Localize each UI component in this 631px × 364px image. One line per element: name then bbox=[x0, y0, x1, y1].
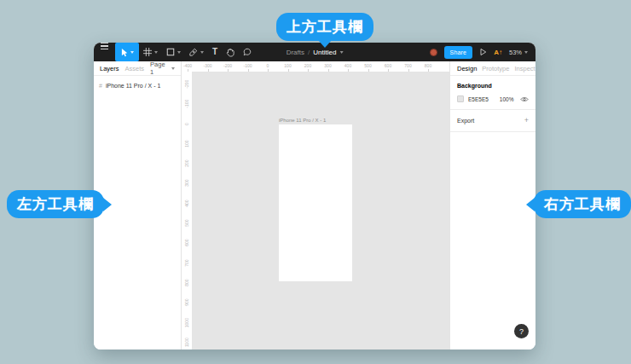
frame-tool-icon bbox=[143, 48, 152, 56]
canvas[interactable]: -400-300-200-100010020030040050060070080… bbox=[182, 61, 449, 350]
background-color-row: E5E5E5 100% bbox=[457, 95, 529, 102]
ruler-tick-label: -100 bbox=[182, 99, 192, 109]
ruler-tick-label: 800 bbox=[182, 278, 192, 288]
ruler-tick-label: 200 bbox=[298, 63, 318, 68]
right-panel: Design Prototype Inspect Background E5E5… bbox=[449, 61, 535, 350]
toolbar-right-controls: Share A↑ 53% bbox=[430, 46, 535, 59]
ruler-tick-label: 0 bbox=[258, 63, 278, 68]
background-section-title: Background bbox=[457, 83, 529, 89]
add-export-button[interactable]: + bbox=[524, 117, 529, 124]
upgrade-badge[interactable]: A↑ bbox=[494, 49, 502, 56]
hand-tool-icon bbox=[226, 48, 234, 57]
zoom-caret-icon bbox=[524, 51, 528, 54]
toolbar-left-tools: T bbox=[94, 43, 256, 61]
shape-tool-caret-icon[interactable] bbox=[177, 51, 181, 54]
ruler-tick-label: -300 bbox=[198, 63, 218, 68]
ruler-tick-label: 700 bbox=[398, 63, 419, 68]
zoom-level: 53% bbox=[509, 49, 522, 56]
main-menu-button[interactable] bbox=[94, 43, 115, 61]
page-selector-caret-icon bbox=[171, 67, 175, 70]
file-menu-caret-icon[interactable] bbox=[339, 51, 343, 54]
vertical-ruler: -200-10001002003004005006007008009001000… bbox=[182, 72, 192, 350]
text-tool-icon: T bbox=[212, 48, 217, 56]
ruler-tick-label: 900 bbox=[182, 298, 192, 308]
tab-layers[interactable]: Layers bbox=[100, 65, 119, 72]
comment-tool-icon bbox=[243, 48, 252, 56]
left-panel-tabs: Layers Assets Page 1 bbox=[94, 61, 181, 76]
annotation-right-toolbar: 右方工具欄 bbox=[534, 190, 631, 218]
window-body: Layers Assets Page 1 # iPhone 11 Pro / X… bbox=[94, 61, 535, 350]
breadcrumb-separator: / bbox=[308, 49, 310, 56]
ruler-tick-label: 100 bbox=[278, 63, 298, 68]
layer-name: iPhone 11 Pro / X - 1 bbox=[106, 83, 160, 89]
ruler-tick-label: 200 bbox=[182, 159, 192, 169]
move-tool-caret-icon[interactable] bbox=[130, 51, 134, 54]
figma-window: T Drafts / Untitled Share bbox=[94, 43, 535, 350]
shape-tool-icon bbox=[166, 48, 175, 56]
ruler-tick-label: -400 bbox=[182, 63, 198, 68]
ruler-tick-label: -200 bbox=[217, 63, 238, 68]
breadcrumb: Drafts / Untitled bbox=[287, 43, 344, 61]
help-button[interactable]: ? bbox=[514, 324, 529, 338]
frame-title[interactable]: iPhone 11 Pro / X - 1 bbox=[279, 118, 326, 123]
ruler-tick-label: 100 bbox=[182, 139, 192, 149]
frame-layer-icon: # bbox=[99, 83, 102, 89]
background-section: Background E5E5E5 100% bbox=[450, 76, 535, 110]
file-title[interactable]: Untitled bbox=[313, 49, 336, 56]
ruler-tick-label: 500 bbox=[358, 63, 379, 68]
text-tool-button[interactable]: T bbox=[208, 43, 222, 61]
present-icon[interactable] bbox=[479, 48, 487, 56]
export-section: Export + bbox=[450, 110, 535, 132]
annotation-left-toolbar: 左方工具欄 bbox=[7, 190, 104, 218]
avatar[interactable] bbox=[430, 49, 437, 56]
menu-icon bbox=[101, 43, 108, 43]
ruler-tick-label: -200 bbox=[182, 79, 192, 90]
ruler-tick-label: 300 bbox=[318, 63, 339, 68]
tab-prototype[interactable]: Prototype bbox=[482, 65, 509, 72]
ruler-tick-label: 1100 bbox=[182, 338, 192, 348]
export-section-title: Export bbox=[457, 118, 474, 124]
frame-tool-button[interactable] bbox=[139, 43, 162, 61]
ruler-tick-label: 600 bbox=[182, 238, 192, 248]
ruler-tick-label: 700 bbox=[182, 257, 192, 268]
ruler-tick-label: 0 bbox=[182, 118, 192, 129]
opacity-value[interactable]: 100% bbox=[500, 96, 514, 102]
page-selector[interactable]: Page 1 bbox=[150, 61, 175, 76]
ruler-tick-label: 500 bbox=[182, 218, 192, 228]
pen-tool-button[interactable] bbox=[185, 43, 208, 61]
ruler-tick-label: 600 bbox=[378, 63, 398, 68]
shape-tool-button[interactable] bbox=[162, 43, 185, 61]
color-hex-value[interactable]: E5E5E5 bbox=[468, 96, 489, 102]
share-button[interactable]: Share bbox=[444, 46, 473, 59]
comment-tool-button[interactable] bbox=[239, 43, 256, 61]
layer-item[interactable]: # iPhone 11 Pro / X - 1 bbox=[94, 83, 181, 89]
pen-tool-caret-icon[interactable] bbox=[200, 51, 204, 54]
page-selector-label: Page 1 bbox=[150, 61, 169, 76]
hand-tool-button[interactable] bbox=[222, 43, 239, 61]
right-panel-tabs: Design Prototype Inspect bbox=[450, 61, 535, 76]
ruler-tick-label: 800 bbox=[418, 63, 438, 68]
design-frame[interactable] bbox=[279, 124, 352, 281]
ruler-tick-label: 300 bbox=[182, 178, 192, 188]
color-swatch[interactable] bbox=[457, 95, 464, 102]
pen-tool-icon bbox=[189, 48, 198, 56]
ruler-tick-label: 400 bbox=[338, 63, 358, 68]
ruler-tick-label: -100 bbox=[238, 63, 258, 68]
horizontal-ruler: -400-300-200-100010020030040050060070080… bbox=[182, 61, 449, 72]
breadcrumb-folder[interactable]: Drafts bbox=[287, 49, 304, 56]
frame-tool-caret-icon[interactable] bbox=[154, 51, 158, 54]
tab-assets[interactable]: Assets bbox=[125, 65, 145, 72]
visibility-eye-icon[interactable] bbox=[520, 96, 529, 102]
ruler-tick-label: 400 bbox=[182, 198, 192, 208]
top-toolbar: T Drafts / Untitled Share bbox=[94, 43, 535, 61]
zoom-control[interactable]: 53% bbox=[509, 49, 528, 56]
annotation-top-toolbar: 上方工具欄 bbox=[276, 13, 373, 41]
ruler-tick-label: 1000 bbox=[182, 317, 192, 327]
tab-inspect[interactable]: Inspect bbox=[514, 65, 535, 72]
tab-design[interactable]: Design bbox=[457, 65, 477, 72]
move-tool-icon bbox=[120, 48, 128, 57]
move-tool-button[interactable] bbox=[115, 43, 139, 61]
